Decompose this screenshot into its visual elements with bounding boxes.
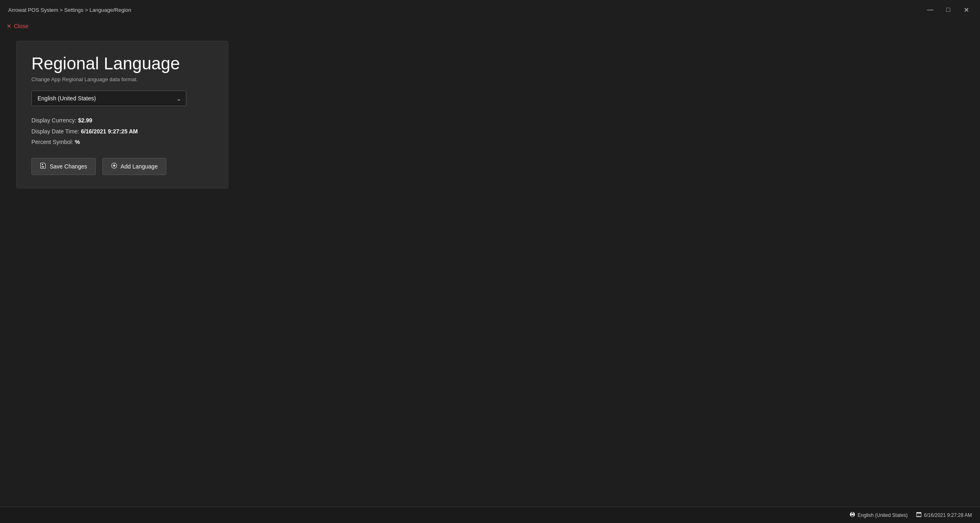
title-bar: Arrowat POS System > Settings > Language… xyxy=(0,0,980,20)
status-datetime: 6/16/2021 9:27:28 AM xyxy=(916,512,972,519)
language-select[interactable]: English (United States) English (United … xyxy=(31,91,186,106)
status-calendar-icon xyxy=(916,512,922,519)
status-language: English (United States) xyxy=(850,512,908,519)
save-icon xyxy=(40,162,46,171)
status-language-label: English (United States) xyxy=(858,512,908,518)
add-language-icon xyxy=(111,162,117,171)
breadcrumb: Arrowat POS System > Settings > Language… xyxy=(8,7,131,13)
close-label: Close xyxy=(14,23,29,29)
display-currency-row: Display Currency: $2.99 xyxy=(31,116,213,125)
display-datetime-value: 6/16/2021 9:27:25 AM xyxy=(81,128,138,135)
percent-symbol-label: Percent Symbol: xyxy=(31,139,75,145)
display-currency-label: Display Currency: xyxy=(31,117,78,124)
close-window-button[interactable]: ✕ xyxy=(960,4,972,16)
percent-symbol-row: Percent Symbol: % xyxy=(31,137,213,146)
button-row: Save Changes Add Language xyxy=(31,158,213,175)
minimize-button[interactable]: — xyxy=(925,4,936,16)
info-section: Display Currency: $2.99 Display Date Tim… xyxy=(31,116,213,146)
status-datetime-label: 6/16/2021 9:27:28 AM xyxy=(924,512,972,518)
close-link[interactable]: ✕ Close xyxy=(0,20,35,33)
main-content: Regional Language Change App Regional La… xyxy=(0,33,980,197)
status-bar: English (United States) 6/16/2021 9:27:2… xyxy=(0,507,980,523)
add-language-label: Add Language xyxy=(121,163,158,170)
display-currency-value: $2.99 xyxy=(78,117,92,124)
settings-subtitle: Change App Regional Language data format… xyxy=(31,76,213,82)
settings-card: Regional Language Change App Regional La… xyxy=(16,41,228,188)
save-changes-label: Save Changes xyxy=(50,163,87,170)
maximize-button[interactable]: □ xyxy=(942,4,954,16)
status-language-icon xyxy=(850,512,855,519)
breadcrumb-text: Arrowat POS System > Settings > Language… xyxy=(8,7,131,13)
display-datetime-label: Display Date Time: xyxy=(31,128,81,135)
close-x-icon: ✕ xyxy=(7,23,11,29)
window-controls: — □ ✕ xyxy=(925,4,972,16)
save-changes-button[interactable]: Save Changes xyxy=(31,158,96,175)
add-language-button[interactable]: Add Language xyxy=(102,158,166,175)
display-datetime-row: Display Date Time: 6/16/2021 9:27:25 AM xyxy=(31,127,213,136)
percent-symbol-value: % xyxy=(75,139,80,145)
settings-title: Regional Language xyxy=(31,54,213,73)
language-select-wrapper: English (United States) English (United … xyxy=(31,91,186,106)
